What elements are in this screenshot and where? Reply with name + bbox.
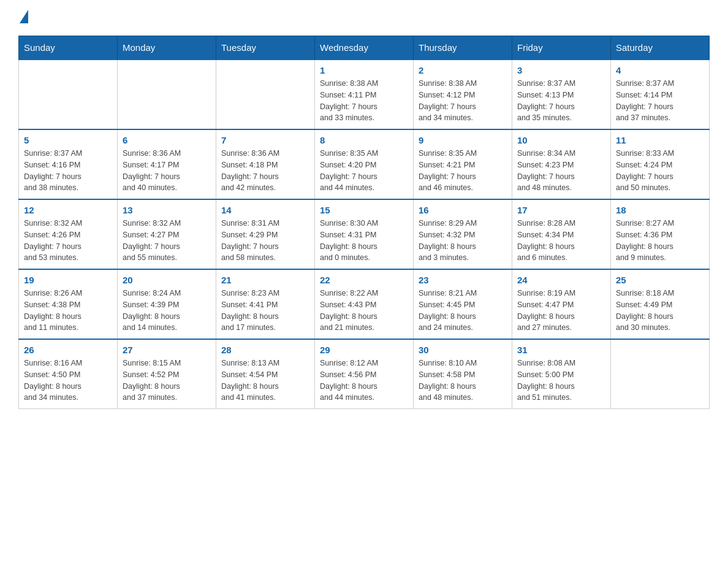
calendar-cell: 1Sunrise: 8:38 AMSunset: 4:11 PMDaylight…: [315, 59, 414, 129]
day-number: 6: [123, 135, 211, 145]
calendar-cell: 20Sunrise: 8:24 AMSunset: 4:39 PMDayligh…: [118, 269, 216, 339]
day-number: 3: [517, 65, 605, 75]
day-info: Sunrise: 8:32 AMSunset: 4:27 PMDaylight:…: [123, 218, 211, 264]
day-info: Sunrise: 8:35 AMSunset: 4:20 PMDaylight:…: [320, 148, 408, 194]
calendar-cell: 9Sunrise: 8:35 AMSunset: 4:21 PMDaylight…: [414, 129, 512, 199]
calendar-cell: 4Sunrise: 8:37 AMSunset: 4:14 PMDaylight…: [611, 59, 710, 129]
day-number: 7: [221, 135, 309, 145]
logo-triangle-icon: [20, 10, 28, 23]
calendar-cell: 2Sunrise: 8:38 AMSunset: 4:12 PMDaylight…: [414, 59, 512, 129]
day-number: 22: [320, 275, 408, 285]
day-info: Sunrise: 8:19 AMSunset: 4:47 PMDaylight:…: [517, 288, 605, 334]
day-info: Sunrise: 8:10 AMSunset: 4:58 PMDaylight:…: [419, 358, 507, 404]
day-number: 10: [517, 135, 605, 145]
day-number: 18: [616, 205, 704, 215]
day-info: Sunrise: 8:35 AMSunset: 4:21 PMDaylight:…: [419, 148, 507, 194]
calendar-cell: 10Sunrise: 8:34 AMSunset: 4:23 PMDayligh…: [512, 129, 611, 199]
day-info: Sunrise: 8:13 AMSunset: 4:54 PMDaylight:…: [221, 358, 309, 404]
calendar-cell: 25Sunrise: 8:18 AMSunset: 4:49 PMDayligh…: [611, 269, 710, 339]
day-info: Sunrise: 8:29 AMSunset: 4:32 PMDaylight:…: [419, 218, 507, 264]
day-number: 29: [320, 345, 408, 355]
day-info: Sunrise: 8:21 AMSunset: 4:45 PMDaylight:…: [419, 288, 507, 334]
calendar-cell: 18Sunrise: 8:27 AMSunset: 4:36 PMDayligh…: [611, 199, 710, 269]
header-monday: Monday: [118, 36, 216, 60]
calendar-week-row: 26Sunrise: 8:16 AMSunset: 4:50 PMDayligh…: [19, 339, 710, 409]
day-number: 14: [221, 205, 309, 215]
calendar-table: Sunday Monday Tuesday Wednesday Thursday…: [18, 36, 710, 409]
calendar-cell: [611, 339, 710, 409]
calendar-cell: 28Sunrise: 8:13 AMSunset: 4:54 PMDayligh…: [216, 339, 315, 409]
calendar-body: 1Sunrise: 8:38 AMSunset: 4:11 PMDaylight…: [19, 59, 710, 409]
calendar-cell: 15Sunrise: 8:30 AMSunset: 4:31 PMDayligh…: [315, 199, 414, 269]
day-info: Sunrise: 8:24 AMSunset: 4:39 PMDaylight:…: [123, 288, 211, 334]
day-info: Sunrise: 8:30 AMSunset: 4:31 PMDaylight:…: [320, 218, 408, 264]
calendar-cell: 6Sunrise: 8:36 AMSunset: 4:17 PMDaylight…: [118, 129, 216, 199]
calendar-cell: 22Sunrise: 8:22 AMSunset: 4:43 PMDayligh…: [315, 269, 414, 339]
day-number: 25: [616, 275, 704, 285]
calendar-cell: 27Sunrise: 8:15 AMSunset: 4:52 PMDayligh…: [118, 339, 216, 409]
calendar-cell: 13Sunrise: 8:32 AMSunset: 4:27 PMDayligh…: [118, 199, 216, 269]
calendar-cell: [216, 59, 315, 129]
day-number: 31: [517, 345, 605, 355]
day-info: Sunrise: 8:08 AMSunset: 5:00 PMDaylight:…: [517, 358, 605, 404]
day-number: 20: [123, 275, 211, 285]
day-info: Sunrise: 8:12 AMSunset: 4:56 PMDaylight:…: [320, 358, 408, 404]
day-info: Sunrise: 8:36 AMSunset: 4:17 PMDaylight:…: [123, 148, 211, 194]
day-info: Sunrise: 8:32 AMSunset: 4:26 PMDaylight:…: [24, 218, 112, 264]
day-info: Sunrise: 8:36 AMSunset: 4:18 PMDaylight:…: [221, 148, 309, 194]
calendar-cell: 26Sunrise: 8:16 AMSunset: 4:50 PMDayligh…: [19, 339, 118, 409]
header-thursday: Thursday: [414, 36, 512, 60]
calendar-cell: 5Sunrise: 8:37 AMSunset: 4:16 PMDaylight…: [19, 129, 118, 199]
calendar-week-row: 5Sunrise: 8:37 AMSunset: 4:16 PMDaylight…: [19, 129, 710, 199]
day-info: Sunrise: 8:37 AMSunset: 4:16 PMDaylight:…: [24, 148, 112, 194]
day-number: 8: [320, 135, 408, 145]
day-info: Sunrise: 8:16 AMSunset: 4:50 PMDaylight:…: [24, 358, 112, 404]
day-number: 23: [419, 275, 507, 285]
calendar-cell: [118, 59, 216, 129]
day-info: Sunrise: 8:15 AMSunset: 4:52 PMDaylight:…: [123, 358, 211, 404]
day-info: Sunrise: 8:26 AMSunset: 4:38 PMDaylight:…: [24, 288, 112, 334]
calendar-cell: 12Sunrise: 8:32 AMSunset: 4:26 PMDayligh…: [19, 199, 118, 269]
page-header: [18, 12, 710, 23]
calendar-cell: 8Sunrise: 8:35 AMSunset: 4:20 PMDaylight…: [315, 129, 414, 199]
calendar-cell: 21Sunrise: 8:23 AMSunset: 4:41 PMDayligh…: [216, 269, 315, 339]
calendar-week-row: 12Sunrise: 8:32 AMSunset: 4:26 PMDayligh…: [19, 199, 710, 269]
day-number: 16: [419, 205, 507, 215]
calendar-cell: [19, 59, 118, 129]
day-info: Sunrise: 8:23 AMSunset: 4:41 PMDaylight:…: [221, 288, 309, 334]
day-info: Sunrise: 8:28 AMSunset: 4:34 PMDaylight:…: [517, 218, 605, 264]
day-info: Sunrise: 8:38 AMSunset: 4:11 PMDaylight:…: [320, 78, 408, 124]
day-number: 17: [517, 205, 605, 215]
calendar-cell: 24Sunrise: 8:19 AMSunset: 4:47 PMDayligh…: [512, 269, 611, 339]
calendar-week-row: 1Sunrise: 8:38 AMSunset: 4:11 PMDaylight…: [19, 59, 710, 129]
day-number: 13: [123, 205, 211, 215]
calendar-cell: 31Sunrise: 8:08 AMSunset: 5:00 PMDayligh…: [512, 339, 611, 409]
day-number: 4: [616, 65, 704, 75]
header-tuesday: Tuesday: [216, 36, 315, 60]
header-wednesday: Wednesday: [315, 36, 414, 60]
calendar-cell: 16Sunrise: 8:29 AMSunset: 4:32 PMDayligh…: [414, 199, 512, 269]
day-number: 15: [320, 205, 408, 215]
day-number: 30: [419, 345, 507, 355]
day-info: Sunrise: 8:27 AMSunset: 4:36 PMDaylight:…: [616, 218, 704, 264]
calendar-cell: 30Sunrise: 8:10 AMSunset: 4:58 PMDayligh…: [414, 339, 512, 409]
calendar-cell: 3Sunrise: 8:37 AMSunset: 4:13 PMDaylight…: [512, 59, 611, 129]
header-saturday: Saturday: [611, 36, 710, 60]
day-number: 21: [221, 275, 309, 285]
calendar-cell: 23Sunrise: 8:21 AMSunset: 4:45 PMDayligh…: [414, 269, 512, 339]
day-number: 5: [24, 135, 112, 145]
day-info: Sunrise: 8:31 AMSunset: 4:29 PMDaylight:…: [221, 218, 309, 264]
calendar-cell: 14Sunrise: 8:31 AMSunset: 4:29 PMDayligh…: [216, 199, 315, 269]
day-number: 1: [320, 65, 408, 75]
day-number: 26: [24, 345, 112, 355]
header-friday: Friday: [512, 36, 611, 60]
day-info: Sunrise: 8:34 AMSunset: 4:23 PMDaylight:…: [517, 148, 605, 194]
calendar-cell: 7Sunrise: 8:36 AMSunset: 4:18 PMDaylight…: [216, 129, 315, 199]
day-number: 27: [123, 345, 211, 355]
calendar-cell: 19Sunrise: 8:26 AMSunset: 4:38 PMDayligh…: [19, 269, 118, 339]
day-info: Sunrise: 8:37 AMSunset: 4:14 PMDaylight:…: [616, 78, 704, 124]
day-number: 19: [24, 275, 112, 285]
day-number: 9: [419, 135, 507, 145]
calendar-cell: 29Sunrise: 8:12 AMSunset: 4:56 PMDayligh…: [315, 339, 414, 409]
day-info: Sunrise: 8:22 AMSunset: 4:43 PMDaylight:…: [320, 288, 408, 334]
